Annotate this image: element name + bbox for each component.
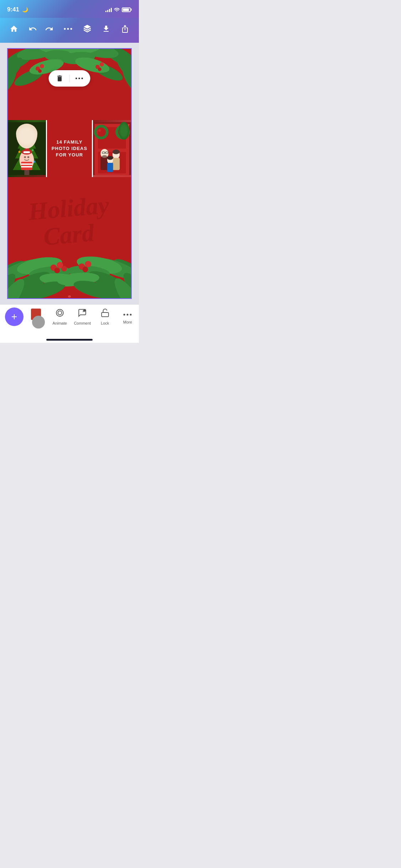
comment-icon: + — [78, 308, 87, 320]
svg-point-72 — [107, 156, 113, 160]
delete-button[interactable] — [54, 73, 65, 84]
svg-point-98 — [54, 268, 60, 273]
history-group — [26, 22, 56, 36]
svg-point-102 — [83, 267, 88, 272]
svg-text:+: + — [84, 310, 85, 312]
more-icon — [123, 309, 132, 319]
svg-point-27 — [100, 62, 104, 67]
svg-point-2 — [71, 28, 72, 30]
svg-rect-71 — [107, 163, 113, 172]
comment-nav-item[interactable]: + Comment — [72, 308, 93, 325]
color-swatch-group: or — [27, 309, 45, 325]
svg-point-60 — [124, 128, 128, 132]
more-options-button[interactable] — [61, 22, 75, 36]
status-bar: 9:41 🌙 — [0, 0, 139, 18]
svg-point-45 — [26, 142, 29, 145]
wifi-icon — [114, 7, 120, 12]
float-action-toolbar — [49, 70, 90, 87]
svg-text:Card: Card — [42, 219, 96, 250]
nav-items-group: Animate + Comment Lock — [48, 308, 139, 325]
canvas-area[interactable]: 14 FAMILY PHOTO IDEAS FOR YOUR — [0, 43, 139, 304]
moon-icon: 🌙 — [22, 7, 28, 12]
svg-rect-48 — [21, 164, 32, 165]
svg-point-66 — [102, 155, 107, 158]
drag-handle[interactable] — [65, 294, 74, 299]
svg-point-38 — [19, 151, 21, 153]
share-button[interactable] — [118, 22, 132, 36]
svg-point-3 — [75, 78, 77, 79]
comment-label: Comment — [74, 321, 91, 325]
svg-rect-46 — [24, 151, 30, 153]
photo-caption: 14 FAMILY PHOTO IDEAS FOR YOUR — [52, 139, 87, 159]
family-photo-1 — [8, 120, 46, 177]
svg-point-101 — [85, 261, 91, 267]
photo-right[interactable] — [93, 120, 131, 177]
svg-point-5 — [81, 78, 83, 79]
home-indicator — [0, 336, 139, 343]
svg-point-111 — [127, 314, 129, 316]
more-nav-item[interactable]: More — [117, 309, 138, 324]
svg-point-36 — [24, 146, 26, 148]
photo-strip: 14 FAMILY PHOTO IDEAS FOR YOUR — [8, 120, 131, 177]
svg-point-110 — [124, 314, 125, 316]
svg-point-103 — [56, 309, 63, 316]
svg-rect-109 — [101, 312, 109, 317]
battery-icon — [122, 7, 132, 12]
top-toolbar — [0, 18, 139, 43]
svg-point-4 — [78, 78, 80, 79]
lock-label: Lock — [101, 321, 109, 325]
download-button[interactable] — [99, 22, 113, 36]
holly-bottom-section: Holiday Card — [8, 177, 131, 298]
svg-marker-30 — [18, 125, 36, 149]
svg-point-28 — [98, 68, 101, 71]
svg-point-99 — [61, 266, 67, 272]
status-time-group: 9:41 🌙 — [7, 6, 28, 13]
svg-rect-49 — [21, 166, 32, 167]
svg-point-25 — [38, 69, 42, 73]
lock-icon — [100, 308, 110, 320]
photo-left[interactable] — [8, 120, 46, 177]
bottom-nav: or Animate + Comm — [0, 304, 139, 336]
svg-point-24 — [40, 64, 44, 68]
svg-rect-33 — [24, 170, 29, 175]
lock-nav-item[interactable]: Lock — [94, 308, 116, 325]
svg-point-69 — [113, 150, 120, 154]
svg-point-112 — [130, 314, 132, 316]
add-element-button[interactable] — [5, 308, 24, 326]
design-canvas[interactable]: 14 FAMILY PHOTO IDEAS FOR YOUR — [7, 48, 132, 299]
undo-button[interactable] — [26, 22, 40, 36]
photo-center: 14 FAMILY PHOTO IDEAS FOR YOUR — [47, 120, 92, 177]
signal-icon — [105, 7, 112, 12]
svg-rect-47 — [21, 162, 32, 170]
more-label: More — [123, 320, 132, 324]
redo-button[interactable] — [42, 22, 56, 36]
element-more-button[interactable] — [74, 73, 85, 84]
layers-button[interactable] — [80, 22, 94, 36]
svg-rect-68 — [113, 158, 120, 170]
svg-point-51 — [27, 156, 30, 158]
svg-point-104 — [58, 311, 62, 315]
svg-marker-44 — [24, 144, 30, 152]
animate-label: Animate — [53, 321, 67, 325]
status-time: 9:41 — [7, 6, 19, 13]
svg-point-34 — [20, 143, 22, 145]
home-button[interactable] — [7, 22, 21, 36]
svg-point-1 — [67, 28, 69, 30]
home-bar — [46, 339, 93, 341]
animate-icon — [55, 308, 64, 320]
secondary-color-swatch[interactable] — [32, 316, 45, 329]
svg-point-59 — [123, 129, 126, 131]
svg-point-50 — [24, 156, 26, 158]
svg-point-57 — [98, 129, 101, 131]
animate-nav-item[interactable]: Animate — [49, 308, 71, 325]
family-photo-2 — [93, 120, 131, 177]
toolbar-divider — [69, 74, 70, 82]
svg-point-37 — [32, 149, 34, 151]
svg-point-0 — [64, 28, 66, 30]
svg-point-58 — [117, 126, 129, 138]
svg-point-35 — [28, 139, 31, 141]
status-icons — [105, 7, 132, 12]
